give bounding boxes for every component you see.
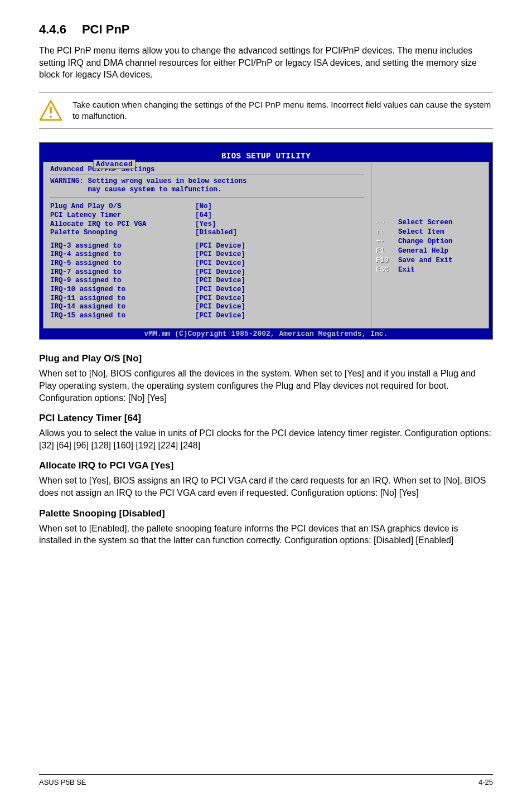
- footer-right: 4-25: [478, 778, 493, 786]
- bios-irq-row: IRQ-4 assigned to[PCI Device]: [50, 250, 364, 259]
- subsection-heading: Plug and Play O/S [No]: [39, 353, 493, 364]
- bios-irq-row: IRQ-5 assigned to[PCI Device]: [50, 259, 364, 268]
- bios-help-line: ↑↓Select Item: [376, 228, 484, 237]
- bios-settings-panel: Advanced PCI/PnP Settings WARNING: Setti…: [43, 162, 371, 328]
- subsection: Palette Snooping [Disabled] When set to …: [39, 508, 493, 547]
- page-footer: ASUS P5B SE 4-25: [39, 774, 493, 786]
- subsection-heading: Palette Snooping [Disabled]: [39, 508, 493, 519]
- bios-setting-row: Allocate IRQ to PCI VGA[Yes]: [50, 220, 364, 229]
- bios-help-line: +-Change Option: [376, 237, 484, 247]
- subsection-heading: PCI Latency Timer [64]: [39, 413, 493, 424]
- caution-box: Take caution when changing the settings …: [39, 92, 493, 129]
- subsection-body: When set to [No], BIOS configures all th…: [39, 368, 493, 404]
- subsection-body: When set to [Yes], BIOS assigns an IRQ t…: [39, 475, 493, 499]
- section-heading: 4.4.6PCI PnP: [39, 22, 493, 37]
- bios-warning-line2: may cause system to malfunction.: [50, 186, 364, 194]
- bios-irq-row: IRQ-14 assigned to[PCI Device]: [50, 303, 364, 312]
- footer-left: ASUS P5B SE: [39, 778, 86, 786]
- bios-irq-row: IRQ-15 assigned to[PCI Device]: [50, 312, 364, 321]
- bios-setting-row: Plug And Play O/S[No]: [50, 202, 364, 211]
- caution-icon: [39, 100, 62, 121]
- subsection-body: Allows you to select the value in units …: [39, 427, 493, 451]
- bios-warning-line1: WARNING: Setting wrong values in below s…: [50, 177, 364, 186]
- bios-title: BIOS SETUP UTILITY: [221, 152, 311, 161]
- subsection: PCI Latency Timer [64] Allows you to sel…: [39, 413, 493, 451]
- bios-warning: WARNING: Setting wrong values in below s…: [50, 177, 364, 198]
- bios-help-line: ESCExit: [376, 265, 484, 275]
- bios-irq-row: IRQ-10 assigned to[PCI Device]: [50, 286, 364, 294]
- bios-screenshot: BIOS SETUP UTILITY Advanced Advanced PCI…: [39, 142, 493, 340]
- section-number: 4.4.6: [39, 22, 66, 37]
- bios-help-line: F1General Help: [376, 247, 484, 256]
- bios-title-bar: BIOS SETUP UTILITY Advanced: [43, 151, 489, 162]
- subsection-body: When set to [Enabled], the pallete snoop…: [39, 523, 493, 547]
- bios-copyright: vMM.mm (C)Copyright 1985-2002, American …: [40, 328, 492, 339]
- bios-setting-row: PCI Latency Timer[64]: [50, 211, 364, 220]
- bios-help-line: F10Save and Exit: [376, 256, 484, 265]
- subsection: Plug and Play O/S [No] When set to [No],…: [39, 353, 493, 404]
- bios-setting-row: Palette Snooping[Disabled]: [50, 229, 364, 238]
- caution-text: Take caution when changing the settings …: [72, 99, 493, 122]
- bios-help-line: ←→Select Screen: [376, 218, 484, 228]
- bios-irq-row: IRQ-11 assigned to[PCI Device]: [50, 294, 364, 303]
- subsection-heading: Allocate IRQ to PCI VGA [Yes]: [39, 460, 493, 471]
- bios-irq-row: IRQ-7 assigned to[PCI Device]: [50, 268, 364, 277]
- subsection: Allocate IRQ to PCI VGA [Yes] When set t…: [39, 460, 493, 499]
- svg-point-1: [50, 115, 52, 118]
- bios-tab-advanced: Advanced: [93, 160, 136, 169]
- bios-help-panel: ←→Select Screen ↑↓Select Item +-Change O…: [371, 162, 489, 328]
- intro-paragraph: The PCI PnP menu items allow you to chan…: [39, 45, 493, 81]
- bios-irq-row: IRQ-9 assigned to[PCI Device]: [50, 277, 364, 286]
- section-name: PCI PnP: [82, 22, 130, 36]
- bios-irq-row: IRQ-3 assigned to[PCI Device]: [50, 242, 364, 251]
- svg-rect-0: [50, 107, 52, 113]
